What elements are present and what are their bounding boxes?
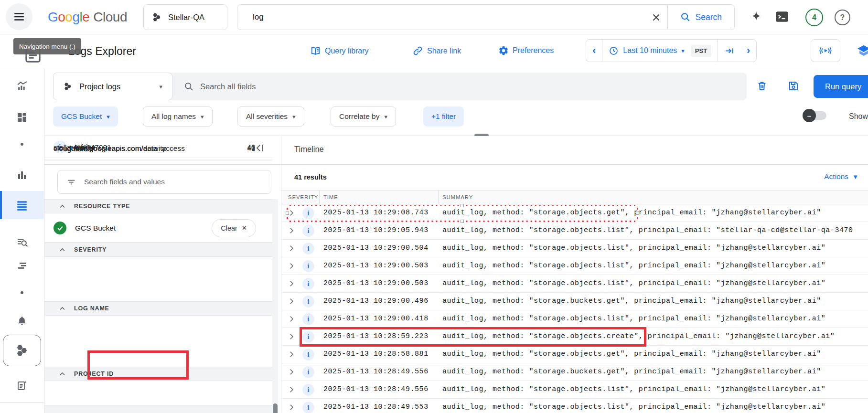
log-row[interactable]: i 2025-01-13 10:28:59.223 audit_log, met… xyxy=(281,328,868,346)
filter-chip-more-filters[interactable]: +1 filter xyxy=(423,106,464,127)
log-row[interactable]: i 2025-01-13 10:28:49.556 audit_log, met… xyxy=(281,381,868,399)
section-log-name[interactable]: LOG NAME xyxy=(44,301,272,316)
section-project-id[interactable]: PROJECT ID xyxy=(44,367,272,381)
log-row[interactable]: i 2025-01-13 10:29:00.418 audit_log, met… xyxy=(281,310,868,328)
log-summary: audit_log, method: "storage.buckets.get"… xyxy=(442,368,821,376)
query-search-input[interactable]: Search all fields xyxy=(172,82,747,92)
log-row[interactable]: i 2025-01-13 10:28:49.553 audit_log, met… xyxy=(281,399,868,413)
preferences-button[interactable]: Preferences xyxy=(498,45,554,56)
sidebar-item-dashboards[interactable] xyxy=(0,106,44,129)
navigation-menu-button[interactable] xyxy=(6,3,32,30)
show-query-toggle[interactable]: – xyxy=(803,109,827,122)
chevron-up-icon xyxy=(59,371,66,378)
filter-chip-log-names[interactable]: All log names ▾ xyxy=(143,106,213,127)
log-row[interactable]: i 2025-01-13 10:29:00.503 audit_log, met… xyxy=(281,257,868,275)
log-row[interactable]: i 2025-01-13 10:29:00.503 audit_log, met… xyxy=(281,275,868,293)
log-scope-selector[interactable]: Project logs ▾ xyxy=(53,73,172,100)
time-range-dropdown[interactable]: Last 10 minutes ▾ xyxy=(602,40,690,62)
logs-list-icon xyxy=(16,199,28,212)
fields-search-input[interactable]: Search fields and values xyxy=(57,170,271,194)
save-icon xyxy=(788,80,799,92)
stream-logs-button[interactable] xyxy=(811,39,840,62)
expand-chevron-icon[interactable] xyxy=(287,368,296,376)
log-timestamp: 2025-01-13 10:28:49.556 xyxy=(323,368,429,376)
gemini-assistant-button[interactable] xyxy=(749,10,763,24)
filter-chip-resource[interactable]: GCS Bucket ▾ xyxy=(53,106,118,127)
filter-chip-correlate[interactable]: Correlate by ▾ xyxy=(331,106,396,127)
timezone-badge[interactable]: PST xyxy=(691,45,711,57)
chevron-up-icon xyxy=(59,203,66,210)
section-severity[interactable]: SEVERITY xyxy=(44,243,272,257)
query-library-link[interactable]: Query library xyxy=(310,45,369,56)
info-severity-icon: i xyxy=(302,366,314,378)
expand-chevron-icon[interactable] xyxy=(287,350,296,359)
help-button[interactable]: ? xyxy=(835,10,850,25)
sidebar-item-log-analytics[interactable] xyxy=(0,231,44,254)
log-timestamp: 2025-01-13 10:28:49.553 xyxy=(323,403,429,411)
info-severity-icon: i xyxy=(302,313,314,325)
fields-scrollbar-track[interactable] xyxy=(272,199,278,413)
actions-dropdown[interactable]: Actions ▼ xyxy=(824,172,858,181)
expand-chevron-icon[interactable] xyxy=(287,244,296,253)
expand-chevron-icon[interactable] xyxy=(287,279,296,288)
sidebar-item-logs-explorer[interactable] xyxy=(0,194,44,217)
scope-hex-icon xyxy=(63,82,73,91)
expand-chevron-icon[interactable] xyxy=(287,403,296,412)
search-icon xyxy=(184,82,194,92)
log-row[interactable]: i 2025-01-13 10:29:05.943 audit_log, met… xyxy=(281,222,868,240)
hexagon-cluster-icon xyxy=(15,343,29,358)
clear-search-button[interactable] xyxy=(645,6,667,28)
expand-chevron-icon[interactable] xyxy=(287,315,296,323)
expand-chevron-icon[interactable] xyxy=(287,385,296,394)
dot-icon xyxy=(21,291,23,294)
clear-filter-button[interactable]: Clear ✕ xyxy=(212,219,256,237)
log-row[interactable]: i 2025-01-13 10:29:00.504 audit_log, met… xyxy=(281,240,868,257)
sidebar-item-alerting[interactable] xyxy=(0,309,44,332)
time-back-button[interactable]: ‹ xyxy=(586,40,602,62)
sidebar-item-trace[interactable] xyxy=(0,254,44,277)
project-selector[interactable]: Stellar-QA xyxy=(143,4,227,30)
save-query-button[interactable] xyxy=(788,80,799,92)
cloud-shell-button[interactable] xyxy=(775,11,789,23)
expand-chevron-icon[interactable] xyxy=(287,332,296,341)
field-value-row[interactable]: stellar-qa-347001 41 xyxy=(44,136,272,159)
active-sessions-badge[interactable]: 4 xyxy=(805,9,823,26)
sidebar-item-log-router[interactable] xyxy=(0,374,44,397)
delete-query-button[interactable] xyxy=(756,80,768,92)
log-row[interactable]: i 2025-01-13 10:28:58.881 audit_log, met… xyxy=(281,346,868,363)
search-input[interactable]: log xyxy=(237,12,264,22)
share-link-button[interactable]: Share link xyxy=(412,45,461,56)
sidebar-item-integrations[interactable] xyxy=(3,335,41,366)
log-summary: audit_log, method: "storage.objects.list… xyxy=(442,244,825,252)
chevron-up-icon xyxy=(59,305,66,312)
run-query-button[interactable]: Run query xyxy=(814,75,868,98)
expand-chevron-icon[interactable] xyxy=(287,262,296,270)
search-button[interactable]: Search xyxy=(668,5,734,30)
trace-spans-icon xyxy=(16,260,28,271)
log-row[interactable]: i 2025-01-13 10:29:08.743 audit_log, met… xyxy=(281,204,868,222)
global-search-bar[interactable]: log Search xyxy=(237,4,735,30)
jump-to-now-button[interactable] xyxy=(718,40,740,62)
toggle-knob[interactable]: – xyxy=(803,109,816,122)
close-icon: ✕ xyxy=(242,224,247,232)
sidebar-item-collapsed-dot-1[interactable] xyxy=(0,133,44,156)
filter-chip-severities[interactable]: All severities ▾ xyxy=(237,106,304,127)
log-fields-panel: Log fields Search fields and values RESO… xyxy=(44,136,281,413)
sidebar-item-analytics[interactable] xyxy=(0,164,44,187)
log-summary: audit_log, method: "storage.objects.list… xyxy=(442,226,853,234)
section-resource-type[interactable]: RESOURCE TYPE xyxy=(44,199,272,213)
field-value-gcs-bucket[interactable]: GCS Bucket Clear ✕ xyxy=(44,214,272,243)
expand-chevron-icon[interactable] xyxy=(287,226,296,235)
learning-resources-icon[interactable] xyxy=(856,44,868,58)
fields-scrollbar-thumb[interactable] xyxy=(273,403,278,413)
log-timestamp: 2025-01-13 10:29:00.418 xyxy=(323,315,429,323)
time-forward-button[interactable]: › xyxy=(740,40,756,62)
sidebar-item-collapsed-dot-2[interactable] xyxy=(0,281,44,304)
log-row[interactable]: i 2025-01-13 10:28:49.556 audit_log, met… xyxy=(281,363,868,381)
expand-chevron-icon[interactable] xyxy=(287,209,296,217)
sidebar-item-metrics[interactable] xyxy=(0,74,44,97)
expand-chevron-icon[interactable] xyxy=(287,297,296,306)
info-severity-icon: i xyxy=(302,207,314,219)
log-row[interactable]: i 2025-01-13 10:29:00.496 audit_log, met… xyxy=(281,293,868,310)
bell-icon xyxy=(16,315,28,327)
